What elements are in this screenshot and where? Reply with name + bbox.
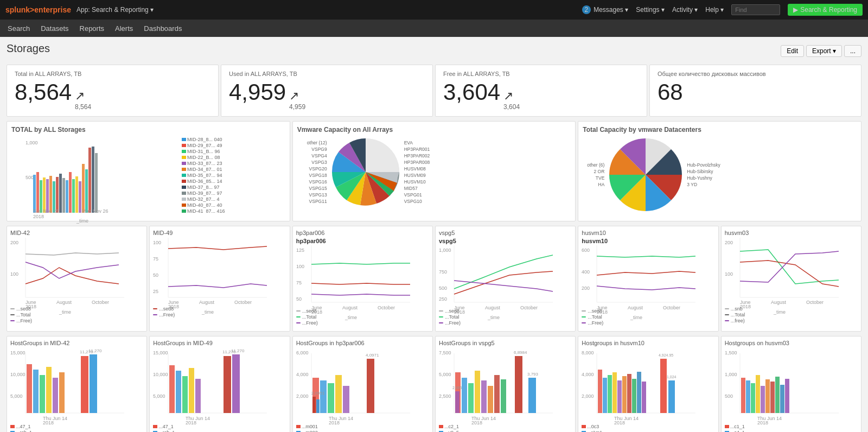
svg-rect-18 (85, 169, 88, 213)
husvm03-legend: ...snb ...Total ...free) (725, 306, 858, 323)
svg-rect-14 (72, 179, 75, 213)
mid42-legend: ...sed8 ...Total ...Free) (10, 306, 143, 323)
chart-vmware-dc: Total Capacity by vmware Datacenters oth… (578, 121, 861, 221)
mid42-chart: 200 100 June 2018 August October _time (10, 238, 130, 303)
svg-text:10,000: 10,000 (153, 372, 168, 377)
svg-rect-4 (40, 180, 42, 213)
svg-rect-6 (46, 179, 49, 213)
hg-husvm10-title: Hostgroups in husvm10 (582, 340, 714, 346)
svg-text:4,0971: 4,0971 (366, 353, 379, 358)
svg-text:1,000: 1,000 (725, 372, 737, 377)
kpi-used: Used in ALL ARRAYS, TB 4,959 ↗ 4,959 (221, 65, 433, 117)
svg-text:11,270: 11,270 (231, 348, 245, 353)
svg-text:October: October (806, 300, 824, 305)
svg-rect-112 (176, 371, 181, 413)
husvm03-title: husvm03 (725, 230, 858, 236)
svg-rect-100 (81, 356, 88, 413)
husvm03-chart: 200 100 June 2018 August October _time (725, 238, 844, 303)
nav-search[interactable]: Search (8, 21, 30, 36)
top-nav: splunk>enterprise App: Search & Reportin… (0, 0, 868, 20)
kpi-total-arrow: ↗ (75, 89, 85, 103)
more-button[interactable]: ... (844, 45, 861, 57)
svg-rect-186 (741, 378, 745, 413)
edit-button[interactable]: Edit (781, 45, 804, 57)
svg-rect-5 (43, 177, 46, 213)
messages-btn[interactable]: 2 Messages ▾ (582, 5, 628, 14)
svg-rect-136 (312, 397, 316, 413)
nav-dashboards[interactable]: Dashboards (144, 21, 182, 36)
svg-rect-137 (316, 399, 320, 413)
kpi-used-label: Used in ALL ARRAYS, TB (229, 71, 425, 77)
svg-text:Mon Nov 26: Mon Nov 26 (82, 208, 108, 214)
svg-rect-13 (69, 172, 72, 213)
svg-rect-115 (195, 379, 201, 413)
svg-rect-194 (780, 385, 784, 413)
svg-rect-117 (232, 354, 240, 413)
svg-text:8,000: 8,000 (582, 350, 594, 355)
nav-left: splunk>enterprise App: Search & Reportin… (5, 5, 154, 14)
chart-vspg5: vspg5 vspg5 1,000 750 500 250 June 2018 … (435, 226, 576, 332)
vmware-dc-title: Total Capacity by vmware Datacenters (583, 126, 857, 134)
vmware-pie-chart (330, 137, 401, 207)
svg-text:250: 250 (439, 296, 447, 302)
kpi-arrays-label: Общее количество дисковых массивов (658, 71, 853, 77)
chart-mid49: MID-49 100 75 50 25 June 2018 August Oct… (149, 226, 290, 332)
mid49-title: MID-49 (153, 230, 286, 236)
svg-text:4,000: 4,000 (582, 372, 594, 377)
svg-rect-147 (475, 371, 480, 413)
svg-rect-15 (75, 176, 78, 213)
svg-text:100: 100 (153, 240, 161, 245)
svg-text:200: 200 (10, 240, 18, 245)
svg-rect-97 (46, 367, 52, 413)
svg-rect-195 (785, 379, 789, 413)
nav-reports[interactable]: Reports (80, 21, 105, 36)
husvm10-chart: 600 400 200 June 2018 August October _ti… (582, 245, 701, 305)
svg-text:2,000: 2,000 (296, 393, 309, 399)
svg-rect-99 (59, 372, 65, 413)
svg-text:100: 100 (10, 271, 18, 277)
svg-rect-116 (224, 356, 231, 413)
svg-text:4,000: 4,000 (296, 372, 309, 377)
svg-rect-169 (617, 380, 622, 413)
kpi-row: Total in ALL ARRAYS, TB 8,564 ↗ 8,564 Us… (7, 65, 861, 117)
kpi-used-arrow: ↗ (289, 89, 299, 103)
svg-rect-113 (182, 376, 188, 413)
search-reporting-btn[interactable]: ▶ Search & Reporting (788, 4, 863, 16)
settings-btn[interactable]: Settings ▾ (636, 6, 665, 14)
chart-hg-vspg5: HostGroups in vspg5 7,500 5,000 2,500 6,… (435, 336, 576, 432)
messages-badge: 2 (582, 5, 591, 14)
mid42-title: MID-42 (10, 230, 143, 236)
chart-total-storages: TOTAL by ALL Storages 1,000 500 (7, 121, 290, 221)
kpi-free-arrow: ↗ (503, 89, 513, 103)
svg-rect-190 (761, 386, 765, 413)
svg-rect-175 (660, 359, 667, 413)
svg-rect-187 (746, 380, 750, 413)
svg-rect-128 (320, 380, 327, 413)
activity-btn[interactable]: Activity ▾ (672, 6, 698, 14)
help-btn[interactable]: Help ▾ (705, 6, 724, 14)
svg-rect-94 (27, 364, 32, 413)
svg-rect-132 (367, 359, 374, 413)
kpi-used-sub: 4,959 (289, 103, 305, 111)
hg-vspg5-chart: 7,500 5,000 2,500 6,8984 3,793 2,065 (439, 348, 558, 421)
chart-mid42: MID-42 200 100 June 2018 August October … (7, 226, 147, 332)
svg-text:500: 500 (439, 285, 447, 291)
find-input[interactable] (731, 4, 780, 15)
nav-datasets[interactable]: Datasets (41, 21, 68, 36)
export-button[interactable]: Export ▾ (806, 45, 842, 57)
svg-text:5,000: 5,000 (439, 372, 451, 377)
husvm10-title: husvm10 (582, 230, 714, 236)
vmware-capacity-title: Vmware Capacity on All Arrays (297, 126, 571, 134)
chart-total-storages-title: TOTAL by ALL Storages (11, 126, 285, 134)
hp3par006-chart: 125 100 75 50 June 2018 August October _… (296, 245, 416, 305)
app-name[interactable]: App: Search & Reporting ▾ (76, 6, 154, 14)
svg-text:500: 500 (25, 175, 34, 180)
svg-text:50: 50 (296, 296, 302, 302)
svg-text:August: August (56, 300, 72, 305)
svg-text:6,000: 6,000 (296, 350, 309, 355)
nav-alerts[interactable]: Alerts (115, 21, 133, 36)
kpi-total-label: Total in ALL ARRAYS, TB (15, 71, 210, 77)
dc-pie-chart (608, 137, 684, 213)
svg-rect-2 (33, 175, 36, 213)
svg-text:1,024: 1,024 (667, 375, 676, 379)
